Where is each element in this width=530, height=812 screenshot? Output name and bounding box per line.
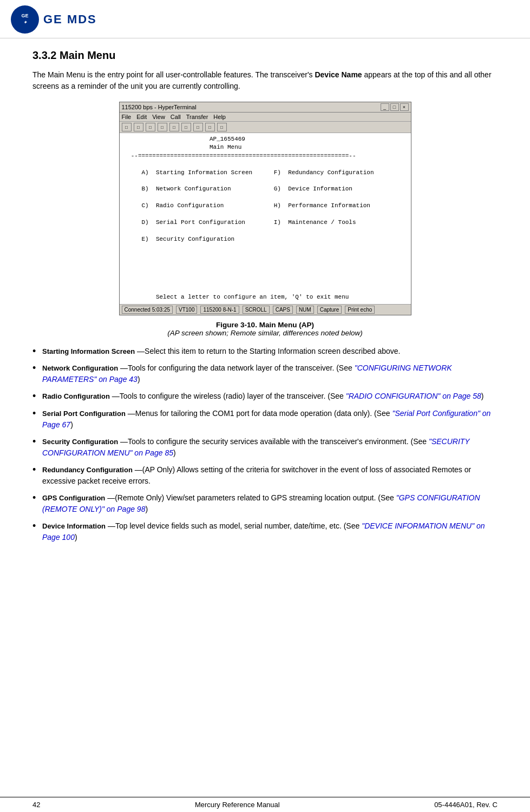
toolbar-icon-4[interactable]: □ xyxy=(158,123,167,131)
list-item: • Network Configuration —Tools for confi… xyxy=(32,362,498,385)
bullet-list: • Starting Information Screen —Select th… xyxy=(32,346,498,543)
terminal-line-17 xyxy=(124,268,407,276)
list-item: • Radio Configuration —Tools to configur… xyxy=(32,391,498,402)
bullet-desc: —Top level device fields such as model, … xyxy=(108,521,362,530)
bullet-close: ) xyxy=(145,505,148,513)
terminal-line-5: A) Starting Information Screen F) Redund… xyxy=(124,169,407,177)
menu-help[interactable]: Help xyxy=(213,114,226,120)
bullet-dot: • xyxy=(32,408,40,420)
bullet-dot: • xyxy=(32,362,40,374)
menu-view[interactable]: View xyxy=(152,114,165,120)
status-connected: Connected 5:03:25 xyxy=(122,306,173,314)
toolbar-icon-1[interactable]: □ xyxy=(122,123,132,131)
svg-point-0 xyxy=(11,6,38,33)
terminal-menubar: File Edit View Call Transfer Help xyxy=(120,113,411,122)
bullet-content: GPS Configuration —(Remote Only) View/se… xyxy=(42,492,498,515)
terminal-line-16 xyxy=(124,260,407,268)
terminal-line-18 xyxy=(124,277,407,285)
menu-edit[interactable]: Edit xyxy=(136,114,147,120)
bullet-link[interactable]: "RADIO CONFIGURATION" on Page 58 xyxy=(346,392,481,400)
toolbar-icon-8[interactable]: □ xyxy=(205,123,215,131)
status-vt100: VT100 xyxy=(176,306,197,314)
page: GE ✦ GE MDS 3.3.2 Main Menu The Main Men… xyxy=(0,0,530,812)
bullet-close: ) xyxy=(173,448,176,457)
bullet-content: Device Information —Top level device fie… xyxy=(42,520,498,543)
terminal-controls[interactable]: _ □ × xyxy=(381,103,409,111)
list-item: • Serial Port Configuration —Menus for t… xyxy=(32,408,498,431)
status-num: NUM xyxy=(296,306,314,314)
bullet-term: Serial Port Configuration xyxy=(42,410,126,418)
menu-call[interactable]: Call xyxy=(171,114,181,120)
figure-caption-bold: Figure 3-10. Main Menu (AP) xyxy=(216,321,314,329)
intro-paragraph: The Main Menu is the entry point for all… xyxy=(32,69,498,92)
bullet-close: ) xyxy=(70,420,73,429)
bullet-desc: —Menus for tailoring the COM1 port for d… xyxy=(128,409,392,418)
ge-logo: GE ✦ xyxy=(11,5,39,34)
bullet-term: Radio Configuration xyxy=(42,392,110,400)
toolbar-icon-6[interactable]: □ xyxy=(181,123,191,131)
bullet-dot: • xyxy=(32,436,40,448)
bullet-content: Network Configuration —Tools for configu… xyxy=(42,362,498,385)
list-item: • Device Information —Top level device f… xyxy=(32,520,498,543)
bullet-term: Starting Information Screen xyxy=(42,347,135,355)
bullet-content: Redundancy Configuration —(AP Only) Allo… xyxy=(42,464,498,487)
status-capture: Capture xyxy=(317,306,342,314)
terminal-line-8 xyxy=(124,194,407,202)
status-caps: CAPS xyxy=(273,306,293,314)
footer-doc-number: 05-4446A01, Rev. C xyxy=(434,801,498,809)
terminal-line-20: Select a letter to configure an item, 'Q… xyxy=(124,293,407,301)
svg-text:✦: ✦ xyxy=(23,20,28,25)
bullet-content: Security Configuration —Tools to configu… xyxy=(42,436,498,459)
bullet-dot: • xyxy=(32,520,40,532)
toolbar-icon-5[interactable]: □ xyxy=(169,123,179,131)
section-heading: 3.3.2 Main Menu xyxy=(32,49,498,62)
terminal-line-12 xyxy=(124,227,407,235)
toolbar-icon-2[interactable]: □ xyxy=(134,123,143,131)
terminal-line-7: B) Network Configuration G) Device Infor… xyxy=(124,185,407,193)
logo-text: GE MDS xyxy=(43,12,97,27)
footer: 42 Mercury Reference Manual 05-4446A01, … xyxy=(0,797,530,812)
close-button[interactable]: × xyxy=(400,103,409,111)
bullet-desc: —Tools for configuring the data network … xyxy=(120,364,355,372)
bullet-term: GPS Configuration xyxy=(42,494,105,502)
terminal-body: AP_1655469 Main Menu --=================… xyxy=(120,133,411,304)
minimize-button[interactable]: _ xyxy=(381,103,389,111)
logo-container: GE ✦ GE MDS xyxy=(11,5,97,34)
terminal-line-11: D) Serial Port Configuration I) Maintena… xyxy=(124,219,407,227)
main-content: 3.3.2 Main Menu The Main Menu is the ent… xyxy=(0,38,530,797)
bullet-dot: • xyxy=(32,492,40,504)
bullet-content: Starting Information Screen —Select this… xyxy=(42,346,400,357)
bullet-desc: —Tools to configure the wireless (radio)… xyxy=(112,392,346,400)
menu-transfer[interactable]: Transfer xyxy=(186,114,208,120)
menu-file[interactable]: File xyxy=(122,114,132,120)
toolbar-icon-3[interactable]: □ xyxy=(146,123,155,131)
toolbar-icon-9[interactable]: □ xyxy=(217,123,227,131)
bullet-content: Radio Configuration —Tools to configure … xyxy=(42,391,483,402)
terminal-line-6 xyxy=(124,177,407,185)
bullet-dot: • xyxy=(32,346,40,358)
maximize-button[interactable]: □ xyxy=(390,103,399,111)
terminal-toolbar: □ □ □ □ □ □ □ □ □ xyxy=(120,122,411,133)
bullet-close: ) xyxy=(481,392,484,400)
terminal-line-2: Main Menu xyxy=(124,143,407,151)
list-item: • Starting Information Screen —Select th… xyxy=(32,346,498,358)
device-name-label: Device Name xyxy=(315,70,362,79)
footer-title: Mercury Reference Manual xyxy=(195,801,280,809)
terminal-screenshot: 115200 bps - HyperTerminal _ □ × File Ed… xyxy=(119,102,411,315)
terminal-line-1: AP_1655469 xyxy=(124,135,407,143)
bullet-desc: —Tools to configure the security service… xyxy=(120,437,429,446)
terminal-line-4 xyxy=(124,160,407,168)
terminal-titlebar: 115200 bps - HyperTerminal _ □ × xyxy=(120,102,411,113)
header: GE ✦ GE MDS xyxy=(0,0,530,38)
bullet-content: Serial Port Configuration —Menus for tai… xyxy=(42,408,498,431)
status-print-echo: Print echo xyxy=(345,306,375,314)
bullet-desc: —Select this item to return to the Start… xyxy=(137,347,400,355)
bullet-close: ) xyxy=(75,533,77,542)
svg-text:GE: GE xyxy=(21,13,28,18)
terminal-line-13: E) Security Configuration xyxy=(124,235,407,243)
terminal-title: 115200 bps - HyperTerminal xyxy=(122,104,197,110)
footer-page-number: 42 xyxy=(32,801,40,809)
terminal-line-10 xyxy=(124,210,407,219)
toolbar-icon-7[interactable]: □ xyxy=(193,123,203,131)
bullet-term: Network Configuration xyxy=(42,364,118,372)
